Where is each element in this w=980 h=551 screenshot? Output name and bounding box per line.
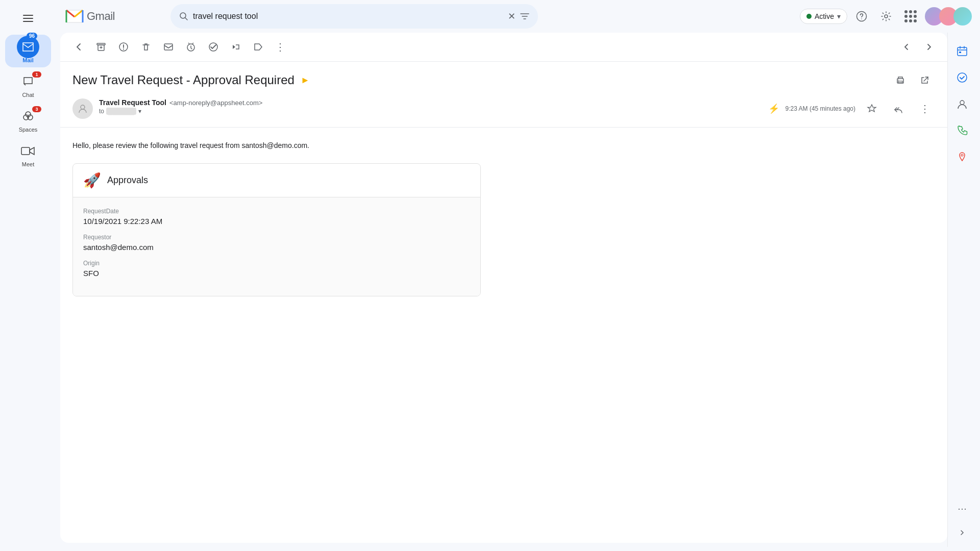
delete-button[interactable] [136, 37, 156, 57]
chat-badge: 1 [32, 71, 41, 78]
print-button[interactable] [890, 70, 911, 90]
settings-button[interactable] [876, 6, 896, 27]
approval-card-body: RequestDate 10/19/2021 9:22:23 AM Reques… [73, 197, 480, 296]
svg-rect-0 [23, 15, 33, 16]
field-origin-value: SFO [83, 269, 470, 278]
svg-point-25 [960, 101, 964, 105]
chat-label: Chat [22, 92, 34, 98]
svg-point-24 [958, 73, 967, 82]
topbar-right: Active ▾ [800, 6, 972, 27]
right-panel: ⋯ [947, 33, 976, 547]
right-panel-expand-button[interactable] [958, 529, 966, 539]
svg-point-10 [861, 18, 862, 19]
mail-icon: 96 [17, 36, 39, 58]
lightning-icon: ⚡ [768, 103, 779, 114]
prev-email-button[interactable] [896, 37, 917, 57]
sidebar-item-meet[interactable]: Meet [5, 139, 51, 171]
rocket-icon: 🚀 [83, 172, 101, 189]
email-body: Hello, please review the following trave… [60, 128, 947, 543]
topbar: Gmail travel request tool ✕ Active ▾ [56, 0, 980, 33]
svg-rect-22 [958, 47, 967, 56]
left-sidebar: 96 Mail 1 Chat 3 Spaces [0, 0, 56, 551]
star-button[interactable] [862, 98, 882, 119]
sidebar-item-mail[interactable]: 96 Mail [5, 35, 51, 67]
field-origin: Origin SFO [83, 260, 470, 278]
svg-rect-15 [164, 44, 173, 50]
email-time: 9:23 AM (45 minutes ago) [786, 105, 855, 112]
svg-point-26 [961, 154, 963, 156]
field-requestor-label: Requestor [83, 234, 470, 241]
chat-icon-wrap: 1 [14, 73, 42, 90]
search-input[interactable]: travel request tool [193, 12, 504, 21]
forward-label-icon: ► [301, 75, 310, 86]
sidebar-item-chat[interactable]: 1 Chat [5, 69, 51, 102]
help-button[interactable] [851, 6, 872, 27]
search-filter-icon[interactable] [520, 11, 530, 21]
field-request-date: RequestDate 10/19/2021 9:22:23 AM [83, 208, 470, 226]
sender-to-row: to ██████ ▾ [99, 108, 762, 115]
meet-label: Meet [22, 161, 34, 167]
move-to-button[interactable] [226, 37, 246, 57]
approval-title: Approvals [107, 175, 148, 186]
archive-button[interactable] [91, 37, 111, 57]
profile-area [925, 7, 972, 26]
svg-rect-7 [21, 147, 30, 155]
header-right-actions [890, 70, 935, 90]
email-meta-right: ⚡ 9:23 AM (45 minutes ago) [768, 98, 935, 119]
spaces-badge: 3 [32, 106, 41, 112]
next-email-button[interactable] [919, 37, 939, 57]
email-header: New Travel Request - Approval Required ► [60, 62, 947, 128]
calendar-panel-button[interactable] [952, 41, 972, 61]
svg-point-21 [81, 105, 85, 109]
svg-point-20 [898, 80, 899, 81]
main-wrapper: Gmail travel request tool ✕ Active ▾ [56, 0, 980, 551]
contacts-panel-button[interactable] [952, 94, 972, 114]
report-button[interactable] [113, 37, 134, 57]
maps-panel-button[interactable] [952, 147, 972, 167]
svg-point-8 [180, 13, 186, 18]
email-nav-buttons [896, 37, 939, 57]
meet-icon-wrap [14, 143, 42, 159]
user-avatar[interactable] [953, 7, 972, 26]
right-panel-more-button[interactable]: ⋯ [958, 503, 967, 514]
email-toolbar: ⋮ [60, 33, 947, 62]
active-status-button[interactable]: Active ▾ [800, 9, 847, 24]
approval-card-header: 🚀 Approvals [73, 164, 480, 197]
google-apps-button[interactable] [900, 6, 921, 27]
label-button[interactable] [248, 37, 268, 57]
mark-unread-button[interactable] [158, 37, 179, 57]
recipient-redacted: ██████ [106, 108, 136, 115]
sender-email: <amp-noreply@appsheet.com> [169, 99, 262, 107]
spaces-label: Spaces [19, 127, 38, 133]
field-requestor-value: santosh@demo.com [83, 243, 470, 252]
more-dots-icon: ⋯ [958, 504, 967, 514]
svg-rect-23 [959, 52, 961, 53]
expand-recipients-button[interactable]: ▾ [138, 108, 141, 115]
tasks-panel-button[interactable] [952, 67, 972, 88]
active-label: Active [815, 12, 834, 20]
field-requestor: Requestor santosh@demo.com [83, 234, 470, 252]
add-task-button[interactable] [203, 37, 224, 57]
svg-rect-1 [23, 18, 33, 19]
sender-name: Travel Request Tool [99, 98, 166, 107]
google-apps-grid-icon [903, 9, 918, 23]
open-in-new-button[interactable] [915, 70, 935, 90]
sender-row: Travel Request Tool <amp-noreply@appshee… [72, 98, 935, 119]
gmail-logo-text: Gmail [87, 10, 115, 23]
search-bar[interactable]: travel request tool ✕ [170, 4, 538, 29]
field-request-date-label: RequestDate [83, 208, 470, 215]
svg-rect-19 [898, 81, 902, 83]
hamburger-button[interactable] [16, 6, 40, 31]
back-button[interactable] [68, 37, 89, 57]
search-clear-button[interactable]: ✕ [508, 11, 516, 22]
more-actions-button[interactable]: ⋮ [271, 37, 291, 57]
snooze-button[interactable] [181, 37, 201, 57]
approval-card: 🚀 Approvals RequestDate 10/19/2021 9:22:… [72, 163, 481, 296]
phone-panel-button[interactable] [952, 120, 972, 141]
email-greeting: Hello, please review the following trave… [72, 140, 935, 151]
email-more-button[interactable]: ⋮ [915, 98, 935, 119]
search-icon [179, 11, 189, 21]
sender-avatar [72, 98, 93, 119]
sidebar-item-spaces[interactable]: 3 Spaces [5, 104, 51, 137]
reply-all-button[interactable] [888, 98, 909, 119]
